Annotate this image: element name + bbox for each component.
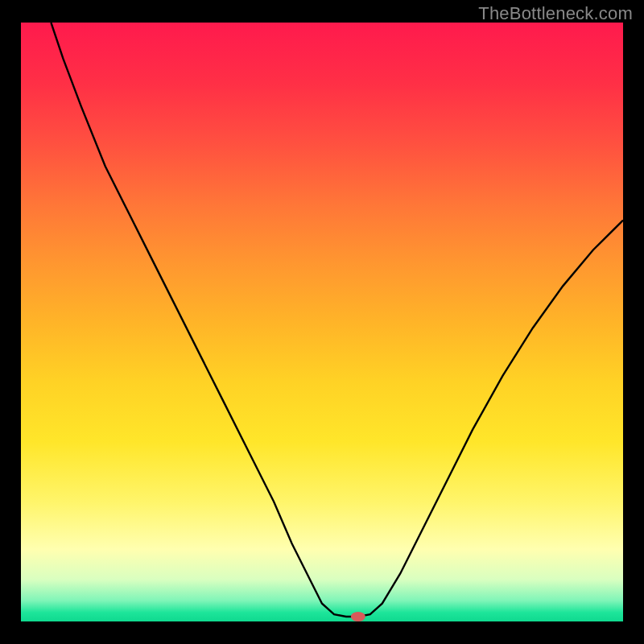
optimal-marker	[351, 612, 365, 621]
plot-area	[21, 23, 623, 621]
chart-svg	[21, 23, 623, 621]
watermark-label: TheBottleneck.com	[478, 3, 633, 24]
chart-container: TheBottleneck.com	[0, 0, 644, 644]
gradient-background	[21, 23, 623, 621]
